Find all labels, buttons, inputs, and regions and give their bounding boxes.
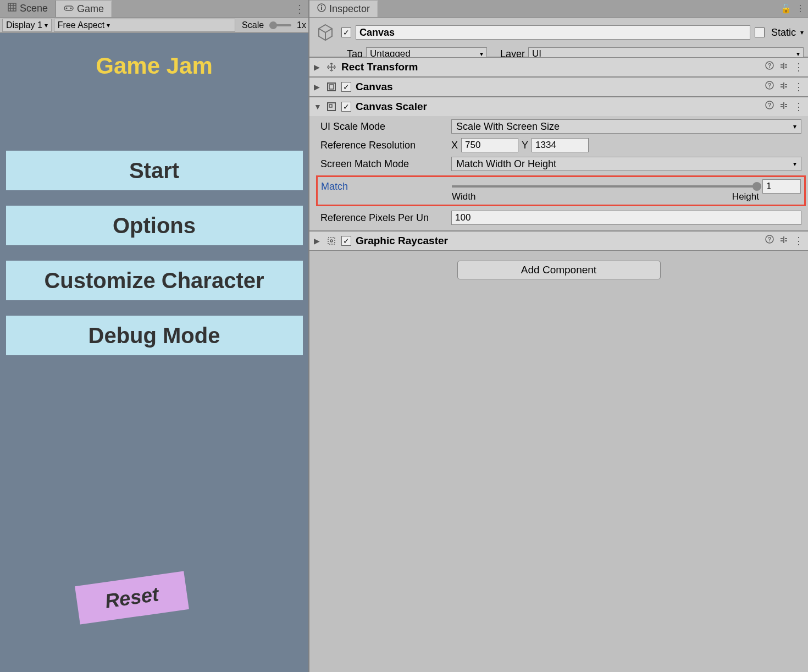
preset-icon[interactable] (779, 81, 788, 93)
inspector-panel: Inspector 🔓 ⋮ ✓ Static ▾ Tag Untagged ▾ … (309, 0, 808, 672)
svg-point-2 (70, 8, 72, 9)
rect-transform-icon (326, 62, 337, 73)
caret-icon: ▾ (480, 50, 483, 58)
ui-scale-mode-dropdown[interactable]: Scale With Screen Size ▾ (451, 119, 801, 134)
grid-icon (8, 3, 16, 14)
component-rect-transform: ▶ Rect Transform ? ⋮ (309, 57, 808, 77)
foldout-icon: ▶ (314, 63, 322, 71)
match-slider[interactable] (452, 185, 758, 188)
canvas-header[interactable]: ▶ ✓ Canvas ? ⋮ (309, 78, 808, 96)
canvas-enabled-checkbox[interactable]: ✓ (341, 82, 351, 92)
tab-game[interactable]: Game (56, 1, 112, 17)
menu-icon[interactable]: ⋮ (794, 101, 804, 113)
svg-rect-21 (783, 82, 784, 89)
svg-rect-9 (781, 67, 783, 68)
caret-icon: ▾ (107, 21, 110, 29)
menu-icon[interactable]: ⋮ (794, 81, 804, 93)
ref-resolution-label: Reference Resolution (320, 140, 447, 151)
canvas-scaler-body: UI Scale Mode Scale With Screen Size ▾ R… (309, 116, 808, 230)
rect-transform-header[interactable]: ▶ Rect Transform ? ⋮ (309, 58, 808, 76)
canvas-scaler-icon (326, 101, 337, 112)
match-highlight-box: Match Width Height (316, 175, 806, 206)
match-slider-thumb[interactable] (752, 182, 761, 191)
caret-icon: ▾ (796, 50, 800, 58)
svg-rect-37 (785, 238, 787, 239)
foldout-icon: ▼ (314, 102, 322, 111)
help-icon[interactable]: ? (765, 101, 774, 113)
canvas-scaler-header[interactable]: ▼ ✓ Canvas Scaler ? ⋮ (309, 97, 808, 116)
svg-point-4 (321, 5, 322, 6)
tab-game-label: Game (77, 3, 104, 15)
svg-rect-38 (785, 240, 787, 241)
active-checkbox[interactable]: ✓ (341, 27, 351, 37)
graphic-raycaster-enabled-checkbox[interactable]: ✓ (341, 236, 351, 246)
left-panel: Scene Game ⋮ Display 1 ▾ Free Aspect ▾ S… (0, 0, 309, 672)
svg-rect-28 (785, 104, 787, 105)
component-graphic-raycaster: ▶ ✓ Graphic Raycaster ? ⋮ (309, 231, 808, 251)
tab-menu-icon[interactable]: ⋮ (796, 3, 805, 14)
svg-rect-31 (328, 238, 335, 244)
graphic-raycaster-header[interactable]: ▶ ✓ Graphic Raycaster ? ⋮ (309, 232, 808, 250)
debug-mode-button[interactable]: Debug Mode (6, 316, 303, 355)
preset-icon[interactable] (779, 61, 788, 73)
svg-rect-18 (781, 86, 783, 87)
canvas-scaler-enabled-checkbox[interactable]: ✓ (341, 102, 351, 112)
reset-button[interactable]: Reset (75, 571, 189, 624)
svg-rect-35 (781, 238, 783, 239)
static-caret-icon[interactable]: ▾ (800, 29, 804, 36)
inspector-tab-bar: Inspector 🔓 ⋮ (309, 0, 808, 18)
scale-value: 1x (297, 20, 306, 30)
svg-rect-13 (328, 83, 335, 91)
aspect-dropdown[interactable]: Free Aspect ▾ (54, 19, 235, 32)
ref-resolution-y-input[interactable] (532, 138, 589, 152)
foldout-icon: ▶ (314, 236, 322, 245)
svg-rect-11 (785, 67, 787, 68)
svg-rect-23 (329, 104, 332, 107)
svg-rect-30 (783, 102, 784, 109)
scale-label: Scale (242, 20, 264, 30)
ref-resolution-x-input[interactable] (461, 138, 518, 152)
preset-icon[interactable] (779, 235, 788, 247)
svg-point-32 (330, 240, 333, 242)
component-canvas: ▶ ✓ Canvas ? ⋮ (309, 77, 808, 97)
ui-scale-mode-label: UI Scale Mode (320, 121, 447, 133)
display-dropdown[interactable]: Display 1 ▾ (2, 19, 52, 32)
match-mode-dropdown[interactable]: Match Width Or Height ▾ (451, 157, 801, 171)
match-mode-label: Screen Match Mode (320, 158, 447, 170)
help-icon[interactable]: ? (765, 81, 774, 93)
svg-rect-27 (781, 106, 783, 107)
tab-menu-icon[interactable]: ⋮ (294, 2, 305, 15)
svg-text:?: ? (768, 62, 772, 69)
options-button[interactable]: Options (6, 206, 303, 245)
scale-slider-thumb[interactable] (269, 21, 277, 29)
caret-icon: ▾ (45, 21, 48, 29)
tab-scene[interactable]: Scene (0, 1, 56, 17)
help-icon[interactable]: ? (765, 61, 774, 73)
match-height-label: Height (732, 191, 759, 202)
match-value-input[interactable] (762, 179, 801, 194)
help-icon[interactable]: ? (765, 235, 774, 247)
start-button[interactable]: Start (6, 151, 303, 190)
tab-inspector[interactable]: Inspector (309, 1, 378, 17)
static-checkbox[interactable] (755, 27, 765, 37)
rect-transform-title: Rect Transform (341, 61, 761, 73)
gameobject-name-input[interactable] (356, 25, 750, 40)
add-component-button[interactable]: Add Component (457, 261, 661, 279)
customize-character-button[interactable]: Customize Character (6, 261, 303, 300)
svg-text:?: ? (768, 82, 772, 89)
aspect-value: Free Aspect (58, 20, 104, 30)
ref-ppu-input[interactable] (451, 211, 801, 225)
lock-icon[interactable]: 🔓 (781, 3, 792, 14)
svg-rect-22 (328, 103, 335, 111)
menu-icon[interactable]: ⋮ (794, 61, 804, 73)
component-canvas-scaler: ▼ ✓ Canvas Scaler ? ⋮ UI Scale Mode Scal… (309, 97, 808, 231)
match-mode-value: Match Width Or Height (456, 158, 556, 170)
gamepad-icon (64, 3, 74, 15)
scale-slider[interactable] (269, 24, 291, 26)
svg-rect-8 (781, 64, 783, 65)
tab-inspector-label: Inspector (329, 3, 370, 15)
gameobject-icon[interactable] (314, 21, 337, 44)
svg-rect-19 (785, 84, 787, 85)
menu-icon[interactable]: ⋮ (794, 235, 804, 247)
preset-icon[interactable] (779, 101, 788, 113)
